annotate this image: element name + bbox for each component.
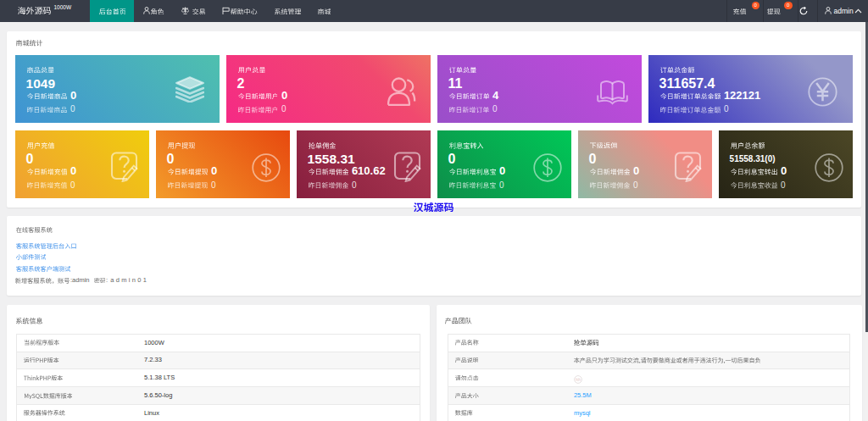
svg-text:hih: hih — [576, 377, 581, 381]
